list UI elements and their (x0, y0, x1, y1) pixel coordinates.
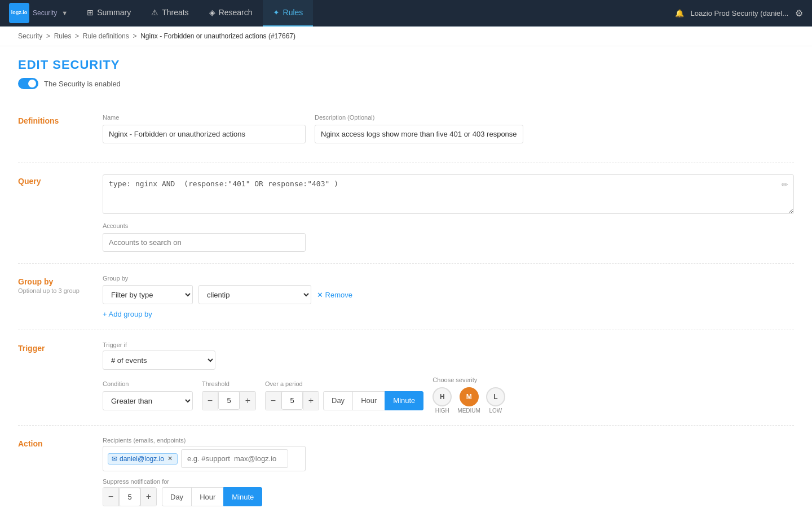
suppress-period-buttons: Day Hour Minute (162, 487, 262, 506)
summary-icon: ⊞ (87, 8, 94, 17)
breadcrumb-rule-definitions[interactable]: Rule definitions (83, 32, 129, 40)
period-buttons: Day Hour Minute (324, 391, 423, 410)
severity-medium-wrapper: M MEDIUM (457, 387, 480, 414)
groupby-sublabel: Group by (103, 275, 794, 282)
period-value[interactable] (281, 391, 303, 410)
trigger-content: Trigger if # of events Condition Greater… (103, 341, 794, 414)
query-input[interactable]: type: nginx AND (response:"401" OR respo… (103, 174, 794, 214)
nav-rules[interactable]: ✦ Rules (263, 0, 314, 27)
add-group-link[interactable]: + Add group by (103, 310, 794, 318)
threats-icon: ⚠ (151, 8, 158, 17)
severity-low-btn[interactable]: L (486, 387, 505, 406)
threshold-increment[interactable]: + (240, 391, 255, 410)
settings-icon[interactable]: ⚙ (795, 8, 803, 19)
filter-value-select[interactable]: clientip (198, 285, 311, 304)
research-icon: ◈ (209, 8, 215, 17)
recipients-input[interactable] (181, 449, 288, 468)
query-label: Query (18, 174, 91, 252)
period-hour-btn[interactable]: Hour (352, 391, 385, 410)
nav-right: 🔔 Loazio Prod Security (daniel... ⚙ (675, 8, 803, 19)
name-input[interactable] (103, 125, 306, 143)
notification-icon[interactable]: 🔔 (675, 9, 684, 17)
definitions-section: Definitions Name Description (Optional) (18, 103, 794, 163)
threshold-decrement[interactable]: − (202, 391, 218, 410)
trigger-row: Condition Greater than Threshold − + Ove… (103, 376, 794, 414)
action-content: Recipients (emails, endpoints) ✉ daniel@… (103, 437, 794, 506)
suppress-stepper: − + (103, 487, 157, 506)
suppress-day-btn[interactable]: Day (162, 487, 192, 506)
remove-group-link[interactable]: ✕ Remove (317, 291, 352, 299)
severity-medium-btn[interactable]: M (460, 387, 479, 406)
breadcrumb-rules[interactable]: Rules (54, 32, 72, 40)
severity-high-wrapper: H HIGH (433, 387, 452, 414)
breadcrumb: Security > Rules > Rule definitions > Ng… (0, 27, 812, 46)
suppress-row: − + Day Hour Minute (103, 487, 794, 506)
severity-medium-label: MEDIUM (457, 408, 480, 414)
toggle-row: The Security is enabled (18, 78, 794, 89)
accounts-group: Accounts (103, 222, 794, 252)
nav-summary[interactable]: ⊞ Summary (77, 0, 141, 27)
query-edit-icon[interactable]: ✏ (782, 180, 788, 189)
period-label: Over a period (265, 380, 423, 387)
definitions-form-row: Name Description (Optional) (103, 114, 794, 143)
period-group: Over a period − + Day Hour Minute (265, 380, 423, 410)
nav-research[interactable]: ◈ Research (199, 0, 263, 27)
severity-high-btn[interactable]: H (433, 387, 452, 406)
action-label: Action (18, 437, 91, 506)
logo-icon: logz.io (9, 3, 29, 23)
suppress-hour-btn[interactable]: Hour (191, 487, 224, 506)
severity-low-wrapper: L LOW (486, 387, 505, 414)
trigger-label: Trigger (18, 341, 91, 414)
period-minute-btn[interactable]: Minute (385, 391, 423, 410)
query-section: Query type: nginx AND (response:"401" OR… (18, 163, 794, 264)
severity-high-label: HIGH (435, 408, 449, 414)
security-toggle[interactable] (18, 78, 38, 89)
severity-group: Choose severity H HIGH M MEDIUM L LOW (433, 376, 505, 414)
trigger-if-select[interactable]: # of events (103, 351, 215, 370)
severity-low-label: LOW (489, 408, 502, 414)
logo-subtitle: Security (33, 9, 57, 17)
suppress-decrement[interactable]: − (103, 487, 119, 506)
trigger-section: Trigger Trigger if # of events Condition… (18, 330, 794, 426)
nav-threats[interactable]: ⚠ Threats (141, 0, 198, 27)
period-day-btn[interactable]: Day (323, 391, 353, 410)
threshold-value[interactable] (218, 391, 240, 410)
name-group: Name (103, 114, 306, 143)
recipients-box[interactable]: ✉ daniel@logz.io ✕ (103, 446, 306, 471)
condition-group: Condition Greater than (103, 380, 193, 410)
groupby-row: Filter by type clientip ✕ Remove (103, 285, 794, 304)
suppress-increment[interactable]: + (140, 487, 156, 506)
query-content: type: nginx AND (response:"401" OR respo… (103, 174, 794, 252)
logo[interactable]: logz.io Security (9, 3, 57, 23)
page-content: EDIT SECURITY The Security is enabled De… (0, 46, 812, 508)
nav-dropdown-arrow[interactable]: ▼ (61, 10, 68, 16)
remove-recipient-btn[interactable]: ✕ (167, 455, 173, 462)
recipient-email: daniel@logz.io (120, 455, 164, 463)
severity-buttons: H HIGH M MEDIUM L LOW (433, 387, 505, 414)
suppress-minute-btn[interactable]: Minute (223, 487, 262, 506)
suppress-value[interactable] (119, 488, 140, 506)
suppress-label: Suppress notification for (103, 478, 794, 485)
name-label: Name (103, 114, 306, 121)
groupby-section: Group by Optional up to 3 group Group by… (18, 264, 794, 330)
breadcrumb-security[interactable]: Security (18, 32, 42, 40)
definitions-content: Name Description (Optional) (103, 114, 794, 151)
trigger-if-label: Trigger if (103, 341, 794, 348)
top-navigation: logz.io Security ▼ ⊞ Summary ⚠ Threats ◈… (0, 0, 812, 27)
user-label: Loazio Prod Security (daniel... (691, 9, 788, 17)
desc-label: Description (Optional) (315, 114, 523, 121)
accounts-label: Accounts (103, 222, 794, 229)
toggle-label: The Security is enabled (44, 80, 121, 88)
condition-select[interactable]: Greater than (103, 391, 193, 410)
accounts-input[interactable] (103, 233, 306, 252)
definitions-label: Definitions (18, 114, 91, 151)
groupby-label: Group by Optional up to 3 group (18, 275, 91, 318)
filter-type-select[interactable]: Filter by type (103, 285, 193, 304)
envelope-icon: ✉ (112, 455, 117, 463)
recipient-tag: ✉ daniel@logz.io ✕ (108, 453, 178, 465)
period-decrement[interactable]: − (266, 391, 281, 410)
desc-input[interactable] (315, 125, 523, 143)
period-increment[interactable]: + (303, 391, 319, 410)
groupby-content: Group by Filter by type clientip ✕ Remov… (103, 275, 794, 318)
period-stepper: − + (265, 391, 319, 410)
